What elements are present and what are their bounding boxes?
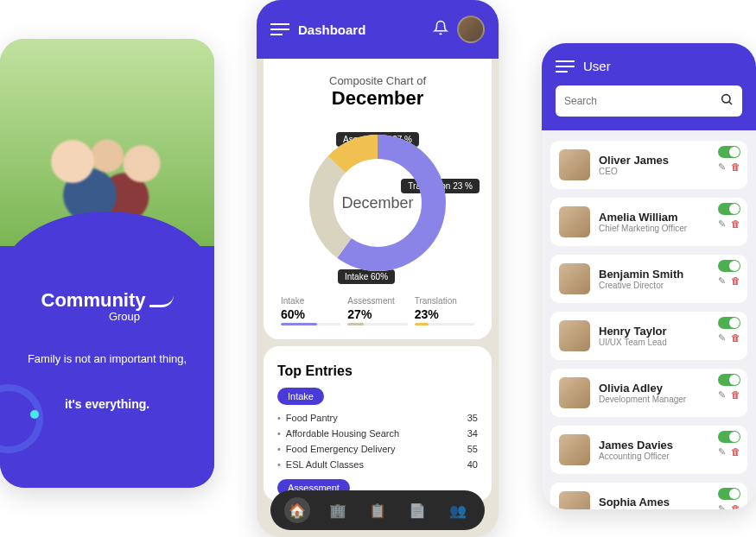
chart-card: Composite Chart of December Assessment 2… bbox=[264, 59, 492, 339]
dashboard-screen: Dashboard Composite Chart of December As… bbox=[257, 0, 499, 537]
delete-icon[interactable]: 🗑 bbox=[731, 503, 740, 509]
bottom-nav: 🏠 🏢 📋 📄 👥 bbox=[270, 490, 485, 530]
user-avatar bbox=[559, 320, 590, 351]
page-title: Dashboard bbox=[298, 22, 424, 37]
user-card[interactable]: Amelia WilliamChief Marketing Officer✎🗑 bbox=[550, 198, 747, 246]
user-list: Oliver JamesCEO✎🗑Amelia WilliamChief Mar… bbox=[542, 130, 756, 509]
active-toggle[interactable] bbox=[718, 146, 740, 158]
edit-icon[interactable]: ✎ bbox=[718, 503, 726, 509]
nav-document-icon[interactable]: 📄 bbox=[404, 497, 430, 523]
user-avatar bbox=[559, 206, 590, 237]
active-toggle[interactable] bbox=[718, 317, 740, 329]
donut-center-label: December bbox=[341, 194, 413, 212]
user-card[interactable]: Olivia AdleyDevelopment Manager✎🗑 bbox=[550, 369, 747, 417]
active-toggle[interactable] bbox=[718, 431, 740, 443]
user-avatar bbox=[559, 434, 590, 465]
edit-icon[interactable]: ✎ bbox=[718, 218, 726, 230]
top-entries-heading: Top Entries bbox=[277, 360, 478, 388]
entry-row[interactable]: •Food Pantry35 bbox=[277, 410, 478, 426]
edit-icon[interactable]: ✎ bbox=[718, 161, 726, 173]
edit-icon[interactable]: ✎ bbox=[718, 332, 726, 344]
top-entries-card: Top Entries Intake •Food Pantry35•Afford… bbox=[264, 346, 492, 502]
user-avatar bbox=[559, 491, 590, 509]
chart-supertitle: Composite Chart of bbox=[277, 74, 478, 87]
svg-line-5 bbox=[729, 102, 732, 104]
edit-icon[interactable]: ✎ bbox=[718, 389, 726, 401]
active-toggle[interactable] bbox=[718, 488, 740, 500]
nav-home-icon[interactable]: 🏠 bbox=[284, 497, 310, 523]
entry-row[interactable]: •Affordable Housing Search34 bbox=[277, 426, 478, 441]
edit-icon[interactable]: ✎ bbox=[718, 275, 726, 287]
user-card[interactable]: Oliver JamesCEO✎🗑 bbox=[550, 141, 747, 189]
users-screen: User Oliver JamesCEO✎🗑Amelia WilliamChie… bbox=[542, 43, 756, 509]
chart-legend: Intake60% Assessment27% Translation23% bbox=[277, 296, 478, 325]
delete-icon[interactable]: 🗑 bbox=[731, 389, 740, 401]
intake-pill: Intake bbox=[277, 388, 324, 405]
splash-screen: Community Group Family is not an importa… bbox=[0, 39, 214, 488]
app-logo-subtitle: Group bbox=[52, 310, 197, 323]
delete-icon[interactable]: 🗑 bbox=[731, 275, 740, 287]
menu-icon[interactable] bbox=[556, 66, 575, 67]
bell-icon[interactable] bbox=[433, 20, 448, 40]
user-avatar[interactable] bbox=[457, 16, 485, 43]
user-avatar bbox=[559, 149, 590, 180]
user-avatar bbox=[559, 377, 590, 408]
tagline-line2: it's everything. bbox=[17, 395, 197, 414]
users-header: User bbox=[542, 43, 756, 130]
delete-icon[interactable]: 🗑 bbox=[731, 218, 740, 230]
edit-icon[interactable]: ✎ bbox=[718, 446, 726, 458]
search-icon[interactable] bbox=[720, 92, 734, 110]
delete-icon[interactable]: 🗑 bbox=[731, 161, 740, 173]
donut-chart: December bbox=[304, 130, 451, 276]
page-title: User bbox=[583, 59, 611, 73]
tagline-line1: Family is not an important thing, bbox=[17, 351, 197, 368]
search-input[interactable] bbox=[564, 95, 720, 107]
entry-row[interactable]: •Food Emergency Delivery55 bbox=[277, 441, 478, 457]
search-field[interactable] bbox=[556, 85, 742, 117]
user-card[interactable]: James DaviesAccounting Officer✎🗑 bbox=[550, 426, 747, 474]
user-avatar bbox=[559, 263, 590, 294]
active-toggle[interactable] bbox=[718, 203, 740, 215]
page-indicator[interactable] bbox=[17, 483, 197, 489]
nav-clipboard-icon[interactable]: 📋 bbox=[365, 497, 391, 523]
app-logo: Community bbox=[17, 289, 197, 312]
chart-title: December bbox=[277, 87, 478, 110]
user-card[interactable]: Benjamin SmithCreative Director✎🗑 bbox=[550, 255, 747, 303]
user-card[interactable]: Henry TaylorUI/UX Team Lead✎🗑 bbox=[550, 312, 747, 360]
nav-building-icon[interactable]: 🏢 bbox=[325, 497, 351, 523]
delete-icon[interactable]: 🗑 bbox=[731, 332, 740, 344]
active-toggle[interactable] bbox=[718, 374, 740, 386]
user-card[interactable]: Sophia AmesArea Manager✎🗑 bbox=[550, 483, 747, 509]
menu-icon[interactable] bbox=[270, 28, 289, 30]
dashboard-header: Dashboard bbox=[257, 0, 499, 59]
active-toggle[interactable] bbox=[718, 260, 740, 272]
entry-row[interactable]: •ESL Adult Classes40 bbox=[277, 457, 478, 472]
delete-icon[interactable]: 🗑 bbox=[731, 446, 740, 458]
nav-users-icon[interactable]: 👥 bbox=[445, 497, 471, 523]
svg-point-4 bbox=[722, 95, 730, 103]
